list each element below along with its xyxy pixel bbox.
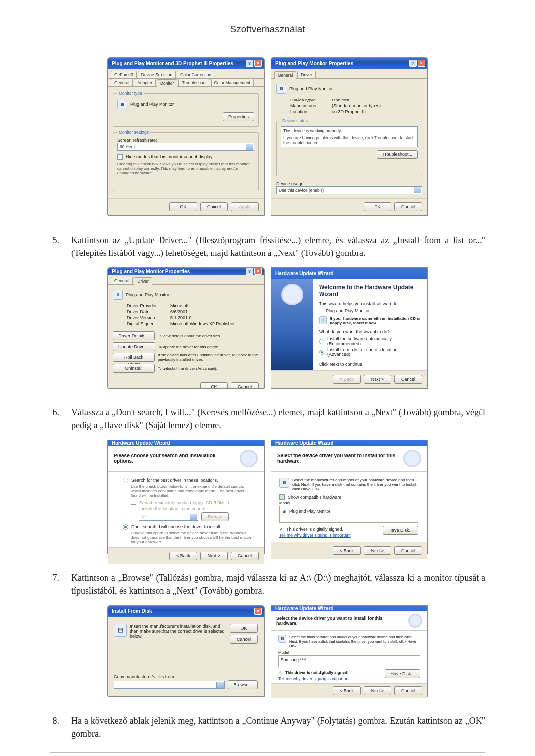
figure-row-2: Plug and Play Monitor Properties ? × Gen…: [50, 267, 485, 388]
tab-monitor[interactable]: Monitor: [157, 79, 177, 87]
usage-select[interactable]: Use this device (enable): [276, 186, 422, 194]
hide-modes-checkbox[interactable]: [117, 154, 123, 160]
update-driver-desc: To update the driver for this device.: [158, 345, 220, 349]
tab-adapter[interactable]: Adapter: [134, 79, 156, 86]
next-button[interactable]: Next >: [364, 686, 391, 695]
monitor-name: Plug and Play Monitor: [289, 86, 333, 91]
next-button[interactable]: Next >: [364, 375, 391, 384]
tab-colormgmt[interactable]: Color Management: [211, 79, 254, 86]
page-title: Szoftverhasználat: [50, 24, 485, 35]
refresh-select[interactable]: 60 Hertz: [117, 143, 254, 151]
tab-geforce3[interactable]: GeForce3: [111, 71, 137, 78]
step-number: 5.: [50, 234, 59, 259]
drive-select[interactable]: [114, 681, 225, 689]
ok-button[interactable]: OK: [230, 624, 258, 633]
apply-button: Apply: [231, 202, 259, 211]
usage-value: Use this device (enable): [279, 188, 324, 193]
mfr-label: Manufacturer:: [290, 103, 329, 108]
gear-icon: [408, 614, 422, 628]
uninstall-button[interactable]: Uninstall: [113, 364, 155, 373]
back-button[interactable]: < Back: [169, 552, 197, 560]
tab-device-selection[interactable]: Device Selection: [138, 71, 176, 78]
cancel-button[interactable]: Cancel: [231, 552, 259, 560]
model-label: Model: [279, 501, 418, 505]
chk-removable: [131, 500, 136, 505]
cancel-button[interactable]: Cancel: [394, 375, 422, 384]
close-icon[interactable]: ×: [254, 268, 262, 275]
cancel-button[interactable]: Cancel: [230, 635, 258, 644]
cd-icon: 💿: [319, 316, 327, 324]
back-button[interactable]: < Back: [333, 546, 361, 555]
radio-search[interactable]: [123, 478, 128, 483]
date-value: 6/6/2001: [170, 309, 188, 314]
help-icon[interactable]: ?: [246, 60, 253, 67]
browse-button[interactable]: Browse...: [228, 680, 258, 689]
help-icon[interactable]: ?: [246, 268, 253, 275]
warning-icon: ⚠: [278, 670, 282, 675]
wizard-heading: Please choose your search and installati…: [114, 453, 235, 464]
back-button[interactable]: < Back: [333, 686, 361, 695]
figure-row-3: Hardware Update Wizard Please choose you…: [50, 440, 485, 554]
titlebar: Hardware Update Wizard: [108, 440, 264, 446]
driver-details-button[interactable]: Driver Details...: [113, 331, 155, 340]
next-button[interactable]: Next >: [200, 552, 228, 560]
hardware-wizard-welcome: Hardware Update Wizard Welcome to the Ha…: [271, 267, 428, 388]
version-label: Driver Version:: [127, 315, 167, 320]
radio-list[interactable]: [319, 350, 324, 355]
properties-button[interactable]: Properties: [223, 112, 254, 121]
wizard-heading: Select the device driver you want to ins…: [277, 453, 398, 464]
monitor-name: Plug and Play Monitor: [126, 292, 169, 297]
why-signing-link[interactable]: Tell me why driver signing is important: [278, 676, 350, 681]
ok-button[interactable]: OK: [169, 202, 197, 211]
continue-hint: Click Next to continue.: [319, 362, 421, 367]
help-icon[interactable]: ?: [409, 60, 417, 67]
tab-driver[interactable]: Driver: [134, 277, 152, 285]
close-icon[interactable]: ×: [254, 60, 262, 67]
close-icon[interactable]: ×: [254, 608, 262, 615]
wizard-search-options: Hardware Update Wizard Please choose you…: [107, 440, 264, 554]
cancel-button[interactable]: Cancel: [394, 686, 422, 695]
monitor-type-group: Monitor type 🖥 Plug and Play Monitor Pro…: [113, 91, 259, 127]
radio-nosearch[interactable]: [123, 524, 128, 530]
cancel-button[interactable]: Cancel: [200, 202, 228, 211]
tab-general[interactable]: General: [274, 71, 296, 79]
chk-compatible[interactable]: [279, 494, 285, 500]
model-list[interactable]: 🖥Plug and Play Monitor: [279, 506, 418, 523]
refresh-label: Screen refresh rate:: [117, 138, 254, 143]
window-title: Hardware Update Wizard: [275, 271, 334, 276]
radio-auto[interactable]: [319, 339, 324, 344]
ok-button[interactable]: OK: [200, 382, 228, 388]
tab-general[interactable]: General: [111, 277, 133, 284]
rollback-button[interactable]: Roll Back Driver: [113, 353, 155, 362]
radio-search-label: Search for the best driver in these loca…: [131, 478, 218, 483]
model-item: Plug and Play Monitor: [289, 509, 330, 514]
chk-compatible-label: Show compatible hardware: [288, 495, 342, 500]
cancel-button[interactable]: Cancel: [231, 382, 259, 388]
step-number: 8.: [50, 714, 59, 740]
figure-row-1: Plug and Play Monitor and 3D Prophet III…: [50, 57, 485, 216]
mfr-value: (Standard monitor types): [332, 103, 381, 108]
why-signing-link[interactable]: Tell me why driver signing is important: [279, 533, 351, 538]
tab-color-correction[interactable]: Color Correction: [177, 71, 214, 78]
install-from-disk-dialog: Install From Disk × 💾 Insert the manufac…: [107, 605, 264, 697]
have-disk-button[interactable]: Have Disk...: [383, 526, 418, 535]
ok-button[interactable]: OK: [364, 202, 391, 211]
have-disk-button[interactable]: Have Disk...: [385, 669, 420, 678]
troubleshoot-button[interactable]: Troubleshoot...: [377, 150, 418, 159]
model-list[interactable]: Samsung ****: [278, 655, 420, 667]
path-select: A:\: [139, 513, 198, 521]
radio-list-label: Install from a list or specific location…: [327, 347, 421, 357]
update-driver-button[interactable]: Update Driver...: [113, 342, 155, 351]
close-icon[interactable]: ×: [418, 60, 425, 67]
tab-troubleshoot[interactable]: Troubleshoot: [178, 79, 210, 86]
group-label: Monitor settings: [117, 130, 150, 135]
cancel-button[interactable]: Cancel: [394, 202, 422, 211]
tab-general[interactable]: General: [111, 79, 133, 86]
wizard-sidebar: [271, 279, 313, 370]
cancel-button[interactable]: Cancel: [394, 546, 422, 555]
radio-search-desc: Use the check boxes below to limit or ex…: [131, 484, 255, 498]
select-desc: Select the manufacturer and model of you…: [289, 635, 420, 648]
next-button[interactable]: Next >: [364, 546, 391, 555]
rollback-desc: If the device fails after updating the d…: [158, 353, 259, 362]
tab-driver[interactable]: Driver: [297, 71, 316, 78]
